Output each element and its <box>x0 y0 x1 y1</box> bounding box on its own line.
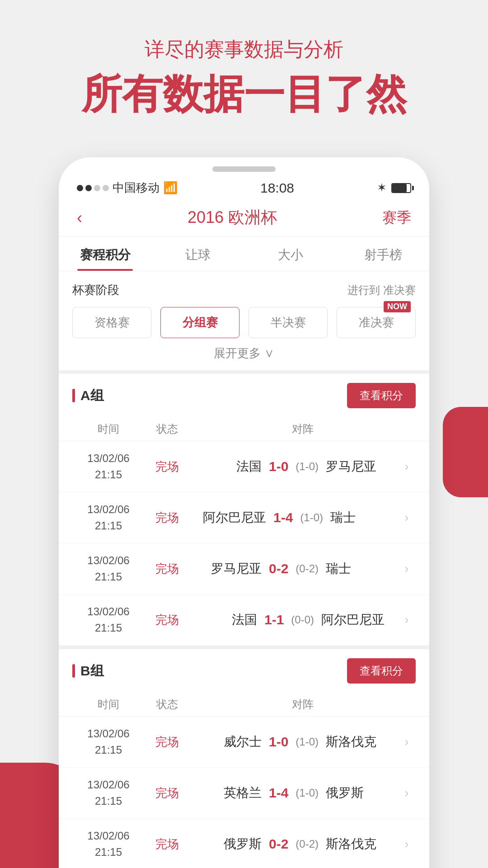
tab-size[interactable]: 大小 <box>244 236 337 271</box>
stage-btn-group[interactable]: 分组赛 <box>160 307 239 338</box>
group-a-score-button[interactable]: 查看积分 <box>347 383 416 408</box>
page-background: 详尽的赛事数据与分析 所有数据一目了然 中国移动 📶 18:08 <box>0 0 488 868</box>
match-status: 完场 <box>145 836 190 852</box>
table-row[interactable]: 13/02/06 21:15 完场 英格兰 1-4 (1-0) 俄罗斯 › <box>59 768 429 819</box>
match-time: 13/02/06 21:15 <box>72 726 145 758</box>
match-score-detail: (0-0) <box>291 613 314 626</box>
team-home: 法国 <box>207 458 262 475</box>
match-content: 英格兰 1-4 (1-0) 俄罗斯 <box>190 784 398 802</box>
table-row[interactable]: 13/02/06 21:15 完场 威尔士 1-0 (1-0) 斯洛伐克 › <box>59 717 429 768</box>
table-row[interactable]: 13/02/06 21:15 完场 法国 1-0 (1-0) 罗马尼亚 › <box>59 441 429 492</box>
match-time: 13/02/06 21:15 <box>72 552 145 585</box>
match-time: 13/02/06 21:15 <box>72 777 145 809</box>
phone-speaker <box>212 166 276 172</box>
now-badge: NOW <box>384 301 411 312</box>
status-time: 18:08 <box>260 180 294 196</box>
team-away: 阿尔巴尼亚 <box>321 611 385 628</box>
status-right: ✶ <box>377 181 411 195</box>
status-left: 中国移动 📶 <box>77 180 178 196</box>
tab-handicap[interactable]: 让球 <box>151 236 244 271</box>
stage-label: 杯赛阶段 <box>72 282 119 298</box>
match-arrow: › <box>398 837 416 851</box>
team-home: 阿尔巴尼亚 <box>203 509 266 526</box>
nav-bar: ‹ 2016 欧洲杯 赛季 <box>59 199 429 236</box>
group-a-header: A组 查看积分 <box>59 374 429 417</box>
match-score-detail: (1-0) <box>296 460 319 473</box>
tab-scorer[interactable]: 射手榜 <box>337 236 429 271</box>
bluetooth-icon: ✶ <box>377 181 387 195</box>
signal-dot-1 <box>77 185 83 191</box>
stage-btn-qualify[interactable]: 资格赛 <box>72 307 151 338</box>
match-score: 1-0 <box>269 459 288 474</box>
stage-header: 杯赛阶段 进行到 准决赛 <box>72 282 416 298</box>
match-content: 法国 1-0 (1-0) 罗马尼亚 <box>190 458 398 475</box>
match-content: 法国 1-1 (0-0) 阿尔巴尼亚 <box>190 611 398 628</box>
match-status: 完场 <box>145 785 190 801</box>
team-away: 罗马尼亚 <box>326 458 380 475</box>
wifi-icon: 📶 <box>163 181 178 195</box>
match-arrow: › <box>398 786 416 800</box>
group-b-section: B组 查看积分 时间 状态 对阵 13/02/06 21:15 <box>59 646 429 868</box>
battery-icon <box>391 183 411 193</box>
team-away: 瑞士 <box>326 560 380 577</box>
status-bar: 中国移动 📶 18:08 ✶ <box>59 172 429 199</box>
match-time: 13/02/06 21:15 <box>72 450 145 483</box>
match-arrow: › <box>398 561 416 576</box>
promo-subtitle: 详尽的赛事数据与分析 <box>27 36 461 63</box>
signal-dots <box>77 185 109 191</box>
group-a-section: A组 查看积分 时间 状态 对阵 13/02/06 21:15 <box>59 370 429 646</box>
match-score-detail: (0-2) <box>296 838 319 850</box>
match-time: 13/02/06 21:15 <box>72 604 145 636</box>
table-row[interactable]: 13/02/06 21:15 完场 阿尔巴尼亚 1-4 (1-0) 瑞士 › <box>59 492 429 543</box>
match-score-detail: (1-0) <box>296 787 319 799</box>
stage-progress: 进行到 准决赛 <box>347 283 416 297</box>
stage-btn-quarter[interactable]: NOW 准决赛 <box>337 307 416 338</box>
match-score: 0-2 <box>269 836 288 852</box>
group-b-score-button[interactable]: 查看积分 <box>347 658 416 684</box>
match-status: 完场 <box>145 734 190 750</box>
col-time-b: 时间 <box>72 697 145 712</box>
col-status-a: 状态 <box>145 422 190 436</box>
carrier-text: 中国移动 <box>113 180 160 196</box>
group-b-table-header: 时间 状态 对阵 <box>59 693 429 717</box>
match-time: 13/02/06 21:15 <box>72 828 145 860</box>
col-match-a: 对阵 <box>190 422 416 436</box>
phone-mockup: 中国移动 📶 18:08 ✶ ‹ 2016 欧洲杯 赛季 <box>59 157 429 868</box>
col-time-a: 时间 <box>72 422 145 436</box>
group-a-table: 时间 状态 对阵 13/02/06 21:15 完场 法国 1-0 <box>59 417 429 646</box>
team-home: 罗马尼亚 <box>207 560 262 577</box>
nav-season-button[interactable]: 赛季 <box>382 208 411 228</box>
group-b-title: B组 <box>72 662 104 680</box>
match-score-detail: (0-2) <box>296 562 319 575</box>
nav-title: 2016 欧洲杯 <box>188 207 277 229</box>
stage-section: 杯赛阶段 进行到 准决赛 资格赛 分组赛 半决赛 NOW 准决赛 <box>59 271 429 370</box>
team-away: 斯洛伐克 <box>326 733 380 750</box>
battery-fill <box>392 184 407 192</box>
tab-schedule[interactable]: 赛程积分 <box>59 236 151 271</box>
table-row[interactable]: 13/02/06 21:15 完场 法国 1-1 (0-0) 阿尔巴尼亚 › <box>59 594 429 646</box>
signal-dot-3 <box>94 185 100 191</box>
match-arrow: › <box>398 459 416 474</box>
table-row[interactable]: 13/02/06 21:15 完场 俄罗斯 0-2 (0-2) 斯洛伐克 › <box>59 819 429 868</box>
col-match-b: 对阵 <box>190 697 416 712</box>
expand-more-button[interactable]: 展开更多 ∨ <box>72 338 416 370</box>
team-away: 瑞士 <box>330 509 385 526</box>
group-b-table: 时间 状态 对阵 13/02/06 21:15 完场 威尔士 1-0 <box>59 693 429 868</box>
back-button[interactable]: ‹ <box>77 208 82 227</box>
group-b-header: B组 查看积分 <box>59 649 429 693</box>
team-home: 英格兰 <box>207 784 262 802</box>
table-row[interactable]: 13/02/06 21:15 完场 罗马尼亚 0-2 (0-2) 瑞士 › <box>59 543 429 594</box>
match-content: 罗马尼亚 0-2 (0-2) 瑞士 <box>190 560 398 577</box>
team-home: 俄罗斯 <box>207 835 262 853</box>
stage-btn-semi[interactable]: 半决赛 <box>249 307 328 338</box>
match-score: 1-4 <box>273 510 293 525</box>
team-home: 法国 <box>203 611 257 628</box>
match-score: 1-4 <box>269 785 288 801</box>
match-content: 俄罗斯 0-2 (0-2) 斯洛伐克 <box>190 835 398 853</box>
match-content: 威尔士 1-0 (1-0) 斯洛伐克 <box>190 733 398 750</box>
group-a-title: A组 <box>72 387 104 405</box>
match-arrow: › <box>398 510 416 525</box>
match-time: 13/02/06 21:15 <box>72 501 145 534</box>
group-a-table-header: 时间 状态 对阵 <box>59 417 429 441</box>
phone-wrapper: 中国移动 📶 18:08 ✶ ‹ 2016 欧洲杯 赛季 <box>0 157 488 868</box>
